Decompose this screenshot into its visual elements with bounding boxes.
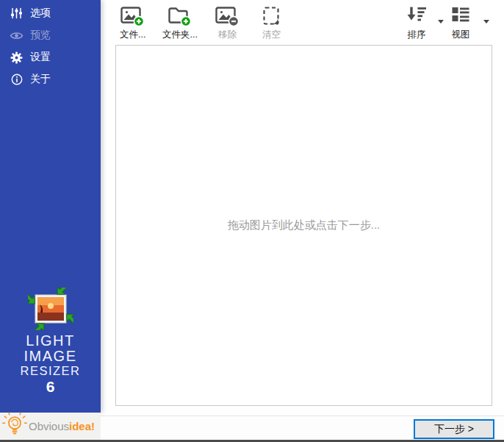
sidebar: 选项 预览: [0, 0, 101, 413]
sidebar-item-label: 关于: [30, 73, 51, 86]
toolbar-button-label: 移除: [218, 29, 237, 41]
dropzone-hint: 拖动图片到此处或点击下一步...: [228, 218, 381, 232]
sidebar-item-label: 设置: [30, 51, 51, 64]
sidebar-item-settings[interactable]: 设置: [0, 46, 101, 68]
sidebar-item-label: 选项: [30, 7, 51, 20]
toolbar: 文件... 文件夹... 移: [101, 0, 504, 45]
view-dropdown-arrow[interactable]: [483, 20, 489, 24]
logo-version: 6: [0, 378, 101, 395]
obviousidea-wordmark: Obviousidea!: [29, 420, 95, 432]
sort-dropdown-arrow[interactable]: [438, 20, 444, 24]
add-folder-icon: [168, 5, 192, 28]
logo-text-image: IMAGE: [0, 349, 101, 364]
light-image-resizer-window: 选项 预览: [0, 0, 504, 442]
obviousidea-logo[interactable]: Obviousidea!: [0, 413, 101, 440]
remove-button[interactable]: 移除: [215, 5, 240, 41]
add-files-button[interactable]: 文件...: [120, 5, 145, 41]
sidebar-item-about[interactable]: 关于: [0, 68, 101, 90]
view-icon: [450, 5, 471, 28]
sliders-icon: [10, 7, 24, 20]
info-icon: [10, 73, 24, 86]
next-button[interactable]: 下一步 >: [414, 419, 494, 439]
remove-image-icon: [215, 5, 240, 28]
toolbar-button-label: 清空: [262, 29, 281, 41]
add-image-icon: [120, 5, 145, 28]
toolbar-button-label: 文件...: [120, 29, 145, 41]
clear-button[interactable]: 清空: [262, 5, 281, 41]
footer-bar: 下一步 >: [101, 416, 504, 440]
lightbulb-icon: [1, 412, 28, 441]
app-logo: LIGHT IMAGE RESIZER 6: [0, 288, 101, 395]
toolbar-button-label: 文件夹...: [162, 29, 198, 41]
sidebar-item-preview[interactable]: 预览: [0, 24, 101, 46]
image-dropzone[interactable]: 拖动图片到此处或点击下一步...: [115, 45, 492, 406]
app-logo-image: [28, 288, 73, 333]
sort-icon: [406, 5, 428, 28]
sidebar-item-label: 预览: [30, 29, 51, 42]
clear-icon: [262, 5, 281, 28]
toolbar-button-label: 排序: [408, 29, 426, 41]
gear-icon: [10, 51, 24, 64]
sidebar-menu: 选项 预览: [0, 0, 101, 90]
logo-text-light: LIGHT: [0, 333, 101, 349]
add-folder-button[interactable]: 文件夹...: [162, 5, 198, 41]
eye-icon: [10, 29, 24, 42]
view-button[interactable]: 视图: [450, 5, 471, 41]
sidebar-item-options[interactable]: 选项: [0, 2, 101, 24]
sort-button[interactable]: 排序: [406, 5, 428, 41]
toolbar-button-label: 视图: [452, 29, 470, 41]
logo-text-resizer: RESIZER: [0, 364, 101, 378]
